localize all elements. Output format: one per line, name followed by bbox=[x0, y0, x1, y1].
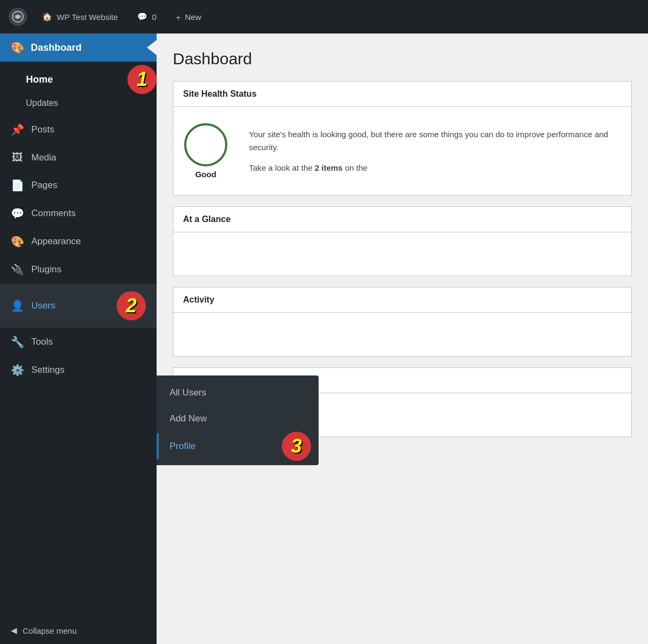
sidebar: 🎨 Dashboard Home 1 Updates 📌 Posts 🖼 Med… bbox=[0, 33, 157, 644]
activity-body bbox=[173, 313, 631, 356]
plugins-icon: 🔌 bbox=[11, 263, 24, 276]
annotation-3: 3 bbox=[282, 432, 311, 461]
home-icon: 🏠 bbox=[42, 12, 52, 22]
svg-point-1 bbox=[16, 15, 20, 19]
activity-card: Activity bbox=[173, 287, 632, 357]
health-description: Your site's health is looking good, but … bbox=[249, 128, 620, 175]
sidebar-item-media[interactable]: 🖼 Media bbox=[0, 144, 157, 171]
users-icon: 👤 bbox=[11, 299, 24, 312]
admin-bar: 🏠 WP Test Website 💬 0 + New bbox=[0, 0, 648, 33]
media-icon: 🖼 bbox=[11, 151, 24, 164]
site-health-card: Site Health Status Good Your site's heal… bbox=[173, 81, 632, 196]
comments-icon: 💬 bbox=[11, 207, 24, 220]
annotation-1: 1 bbox=[127, 65, 157, 94]
sidebar-spacer bbox=[0, 384, 157, 617]
flyout-profile[interactable]: Profile bbox=[157, 433, 276, 459]
sidebar-item-users[interactable]: 👤 Users 2 bbox=[0, 284, 157, 328]
sidebar-dashboard-label: Dashboard bbox=[31, 42, 82, 53]
layout: 🎨 Dashboard Home 1 Updates 📌 Posts 🖼 Med… bbox=[0, 33, 648, 644]
main-content: Dashboard Site Health Status Good Your s… bbox=[157, 33, 648, 644]
flyout-add-new[interactable]: Add New bbox=[157, 406, 319, 432]
collapse-menu-button[interactable]: ◀ Collapse menu bbox=[0, 617, 157, 644]
plus-icon: + bbox=[176, 12, 181, 22]
health-status-label: Good bbox=[195, 170, 216, 179]
sidebar-updates[interactable]: Updates bbox=[0, 94, 157, 112]
site-name-link[interactable]: 🏠 WP Test Website bbox=[38, 10, 122, 24]
site-health-body: Good Your site's health is looking good,… bbox=[173, 107, 631, 195]
page-title: Dashboard bbox=[173, 50, 632, 68]
sidebar-home[interactable]: Home bbox=[0, 70, 122, 90]
sidebar-item-settings[interactable]: ⚙️ Settings bbox=[0, 356, 157, 384]
collapse-icon: ◀ bbox=[11, 626, 17, 635]
sidebar-item-posts[interactable]: 📌 Posts bbox=[0, 116, 157, 144]
pages-icon: 📄 bbox=[11, 179, 24, 192]
comments-link[interactable]: 💬 0 bbox=[133, 10, 160, 24]
appearance-icon: 🎨 bbox=[11, 235, 24, 248]
at-a-glance-card: At a Glance bbox=[173, 206, 632, 276]
settings-icon: ⚙️ bbox=[11, 364, 24, 377]
tools-icon: 🔧 bbox=[11, 336, 24, 348]
new-content-link[interactable]: + New bbox=[172, 10, 206, 24]
health-circle bbox=[184, 123, 227, 166]
flyout-all-users[interactable]: All Users bbox=[157, 380, 319, 406]
dashboard-icon: 🎨 bbox=[11, 41, 24, 54]
wp-logo[interactable] bbox=[9, 8, 27, 26]
users-flyout-menu: All Users Add New Profile 3 bbox=[157, 375, 319, 465]
activity-header: Activity bbox=[173, 287, 631, 313]
sidebar-item-tools[interactable]: 🔧 Tools bbox=[0, 328, 157, 356]
comments-icon: 💬 bbox=[137, 12, 147, 22]
sidebar-item-plugins[interactable]: 🔌 Plugins bbox=[0, 256, 157, 284]
site-health-header: Site Health Status bbox=[173, 82, 631, 107]
sidebar-dashboard[interactable]: 🎨 Dashboard bbox=[0, 33, 157, 62]
sidebar-item-appearance[interactable]: 🎨 Appearance bbox=[0, 227, 157, 256]
sidebar-item-comments[interactable]: 💬 Comments bbox=[0, 199, 157, 227]
sidebar-item-pages[interactable]: 📄 Pages bbox=[0, 171, 157, 199]
annotation-2: 2 bbox=[117, 291, 146, 320]
at-a-glance-body bbox=[173, 232, 631, 276]
dashboard-submenu: Home 1 Updates bbox=[0, 62, 157, 116]
posts-icon: 📌 bbox=[11, 123, 24, 136]
at-a-glance-header: At a Glance bbox=[173, 207, 631, 232]
